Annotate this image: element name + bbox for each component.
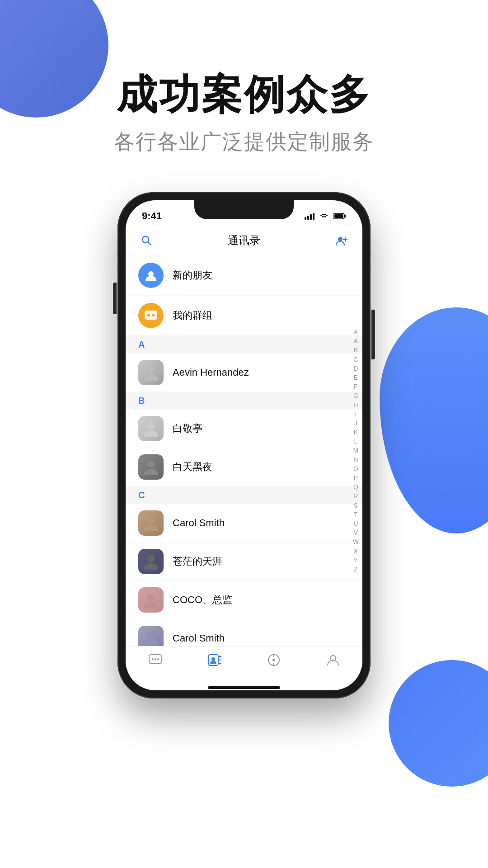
svg-rect-0: [305, 217, 306, 220]
svg-point-35: [272, 659, 275, 661]
contact-avatar-baijing: [138, 416, 164, 441]
svg-point-15: [152, 314, 155, 316]
contact-name-cangmao: 苍茫的天涯: [173, 555, 222, 568]
home-indicator: [126, 687, 362, 690]
svg-rect-1: [307, 216, 309, 220]
svg-rect-3: [313, 213, 314, 220]
contact-avatar-cangmao: [138, 549, 164, 574]
contact-item-baijing[interactable]: 白敬亭: [126, 410, 362, 448]
contact-name-carolsmith1: Carol Smith: [173, 517, 225, 529]
add-contact-icon[interactable]: [333, 232, 350, 249]
svg-point-18: [147, 422, 155, 429]
svg-point-20: [147, 517, 155, 524]
tab-chat[interactable]: [137, 652, 174, 668]
svg-point-22: [147, 594, 155, 601]
discover-tab-icon: [266, 652, 282, 668]
tab-discover[interactable]: [256, 652, 292, 668]
contact-name-aevin: Aevin Hernandez: [173, 367, 249, 378]
signal-icon: [305, 212, 314, 220]
svg-point-33: [211, 657, 215, 661]
tab-contacts[interactable]: [197, 652, 233, 668]
section-header-a: A: [126, 336, 362, 354]
battery-icon: [333, 212, 346, 220]
contact-item-carolsmith1[interactable]: Carol Smith: [126, 504, 362, 542]
profile-tab-icon: [325, 652, 341, 668]
nav-bar: 通讯录: [126, 226, 362, 255]
contact-avatar-carolsmith2: [138, 626, 164, 646]
special-item-my-groups[interactable]: 我的群组: [126, 296, 362, 336]
nav-title: 通讯录: [228, 233, 260, 248]
svg-point-27: [155, 658, 156, 660]
svg-point-19: [147, 461, 155, 468]
svg-rect-13: [145, 311, 157, 319]
contact-avatar-carolsmith1: [138, 510, 164, 536]
status-icons: [305, 212, 346, 220]
contact-avatar-aevin: [138, 360, 164, 385]
new-friends-avatar: [138, 263, 164, 288]
svg-rect-6: [334, 214, 343, 218]
phone-frame: 9:41: [117, 192, 371, 698]
header-section: 成功案例众多 各行各业广泛提供定制服务: [0, 0, 488, 156]
svg-point-28: [157, 658, 159, 660]
wifi-icon: [319, 212, 329, 220]
contact-item-aevin[interactable]: Aevin Hernandez: [126, 354, 362, 392]
phone-notch: [194, 200, 294, 219]
my-groups-label: 我的群组: [173, 309, 212, 322]
contact-avatar-coco: [138, 587, 164, 613]
contacts-tab-icon: [206, 652, 223, 668]
svg-point-21: [147, 555, 155, 562]
contact-name-baitianheiye: 白天黑夜: [173, 460, 212, 474]
svg-rect-2: [310, 214, 312, 220]
page-title: 成功案例众多: [0, 72, 488, 117]
chat-tab-icon: [147, 652, 164, 668]
contact-name-baijing: 白敬亭: [173, 422, 202, 435]
contact-list-container: 新的朋友 我的群组: [126, 255, 362, 646]
page-subtitle: 各行各业广泛提供定制服务: [0, 128, 488, 156]
tab-profile[interactable]: [315, 652, 351, 668]
svg-point-14: [147, 314, 150, 316]
home-bar: [208, 686, 280, 689]
phone-screen: 9:41: [126, 200, 362, 690]
svg-rect-5: [344, 215, 346, 217]
phone-wrapper: 9:41: [0, 192, 488, 698]
alphabet-index[interactable]: # A B C D E F G H I J K L M N: [353, 328, 359, 573]
svg-point-17: [147, 366, 155, 373]
contact-item-coco[interactable]: COCO、总监: [126, 581, 362, 619]
contact-item-carolsmith2[interactable]: Carol Smith: [126, 619, 362, 646]
contact-name-carolsmith2: Carol Smith: [173, 632, 225, 644]
contact-avatar-baitianheiye: [138, 454, 164, 480]
status-time: 9:41: [142, 210, 162, 222]
contact-item-baitianheiye[interactable]: 白天黑夜: [126, 448, 362, 486]
new-friends-label: 新的朋友: [173, 269, 212, 282]
svg-point-23: [147, 632, 155, 639]
contact-name-coco: COCO、总监: [173, 593, 232, 607]
special-item-new-friends[interactable]: 新的朋友: [126, 255, 362, 296]
svg-line-8: [148, 242, 151, 245]
section-header-c: C: [126, 486, 362, 504]
my-groups-avatar: [138, 303, 164, 328]
section-header-b: B: [126, 392, 362, 410]
search-icon[interactable]: [138, 232, 155, 249]
tab-bar: [126, 646, 362, 687]
svg-point-9: [338, 237, 343, 241]
svg-point-26: [152, 658, 154, 660]
contact-item-cangmao[interactable]: 苍茫的天涯: [126, 542, 362, 581]
